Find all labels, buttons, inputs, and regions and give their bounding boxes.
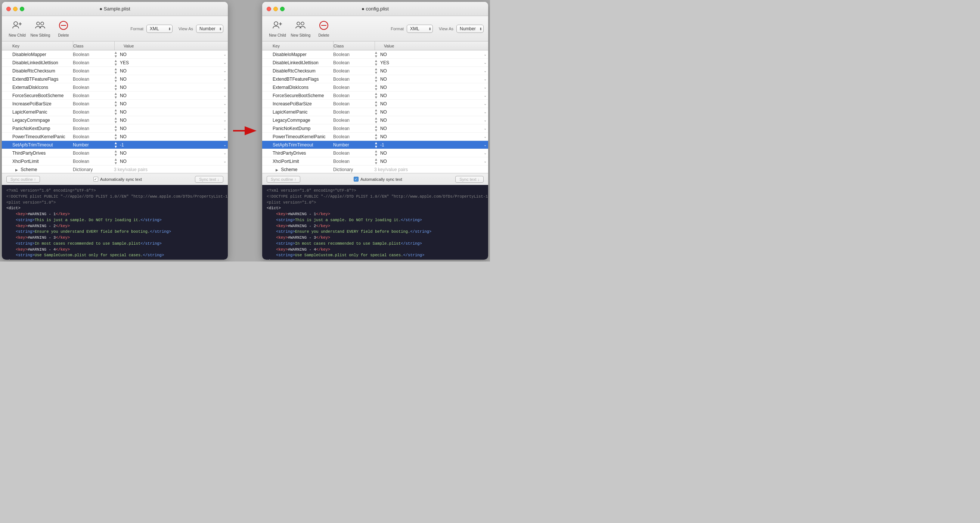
value-stepper-icon[interactable]: ▲▼ <box>114 141 118 149</box>
table-row[interactable]: LapicKernelPanicBoolean▲▼NO⌄ <box>2 108 228 116</box>
value-stepper-icon[interactable]: ▲▼ <box>114 59 118 67</box>
value-stepper-icon[interactable]: ▲▼ <box>374 108 378 116</box>
value-stepper-icon[interactable]: ▲▼ <box>114 133 118 140</box>
new-sibling-button-config[interactable]: New Sibling <box>290 18 312 39</box>
value-dropdown-icon[interactable]: ⌄ <box>484 77 487 81</box>
delete-button-config[interactable]: Delete <box>313 18 335 39</box>
value-dropdown-icon[interactable]: ⌄ <box>484 134 487 139</box>
value-dropdown-icon[interactable]: ⌄ <box>223 110 226 114</box>
value-dropdown-icon[interactable]: ⌄ <box>223 52 226 56</box>
value-stepper-icon[interactable]: ▲▼ <box>374 100 378 108</box>
xml-area-sample[interactable]: <?xml version="1.0" encoding="UTF-8"?><!… <box>2 185 228 260</box>
value-dropdown-icon[interactable]: ⌄ <box>223 159 226 163</box>
value-stepper-icon[interactable]: ▲▼ <box>114 67 118 75</box>
value-dropdown-icon[interactable]: ⌄ <box>484 85 487 89</box>
value-stepper-icon[interactable]: ▲▼ <box>374 67 378 75</box>
table-row[interactable]: LegacyCommpageBoolean▲▼NO⌄ <box>262 116 488 124</box>
auto-sync-checkbox-sample[interactable]: ✓ <box>93 177 98 182</box>
value-dropdown-icon[interactable]: ⌄ <box>223 85 226 89</box>
close-button-config[interactable] <box>267 7 271 11</box>
value-stepper-icon[interactable]: ▲▼ <box>374 150 378 157</box>
viewas-select-wrapper-sample[interactable]: Number String <box>196 25 223 33</box>
table-row[interactable]: ExternalDiskIconsBoolean▲▼NO⌄ <box>262 83 488 91</box>
minimize-button-config[interactable] <box>274 7 278 11</box>
value-stepper-icon[interactable]: ▲▼ <box>374 125 378 132</box>
table-row[interactable]: ThirdPartyDrivesBoolean▲▼NO⌄ <box>262 149 488 157</box>
value-stepper-icon[interactable]: ▲▼ <box>114 150 118 157</box>
value-stepper-icon[interactable]: ▲▼ <box>114 108 118 116</box>
value-dropdown-icon[interactable]: ⌄ <box>484 61 487 65</box>
sync-outline-button-config[interactable]: Sync outline ↑ <box>267 176 300 183</box>
sync-outline-button-sample[interactable]: Sync outline ↑ <box>6 176 40 183</box>
viewas-select-sample[interactable]: Number String <box>196 25 223 33</box>
table-body-sample[interactable]: DisableIoMapperBoolean▲▼NO⌄DisableLinked… <box>2 50 228 173</box>
value-stepper-icon[interactable]: ▲▼ <box>374 84 378 91</box>
viewas-select-wrapper-config[interactable]: Number String <box>457 25 484 33</box>
value-dropdown-icon[interactable]: ⌄ <box>484 126 487 131</box>
minimize-button-sample[interactable] <box>13 7 18 11</box>
value-stepper-icon[interactable]: ▲▼ <box>114 116 118 124</box>
close-button-sample[interactable] <box>6 7 11 11</box>
auto-sync-checkbox-config[interactable]: ✓ <box>354 177 358 182</box>
value-stepper-icon[interactable]: ▲▼ <box>374 133 378 140</box>
table-row[interactable]: DisableLinkeditJettisonBoolean▲▼YES⌄ <box>2 59 228 67</box>
table-row[interactable]: SetApfsTrimTimeoutNumber▲▼-1⌄ <box>262 141 488 149</box>
new-child-button-sample[interactable]: New Child <box>6 18 28 39</box>
table-row[interactable]: SetApfsTrimTimeoutNumber▲▼-1⌄ <box>2 141 228 149</box>
value-stepper-icon[interactable]: ▲▼ <box>374 116 378 124</box>
value-dropdown-icon[interactable]: ⌄ <box>484 52 487 56</box>
value-dropdown-icon[interactable]: ⌄ <box>223 77 226 81</box>
table-row[interactable]: ForceSecureBootSchemeBoolean▲▼NO⌄ <box>2 91 228 100</box>
table-row[interactable]: ▶ SchemeDictionary3 key/value pairs <box>262 166 488 173</box>
disclosure-triangle[interactable]: ▶ <box>275 168 278 172</box>
value-stepper-icon[interactable]: ▲▼ <box>114 84 118 91</box>
format-select-sample[interactable]: XML Binary <box>146 25 173 33</box>
table-row[interactable]: DisableRtcChecksumBoolean▲▼NO⌄ <box>2 67 228 75</box>
maximize-button-sample[interactable] <box>20 7 24 11</box>
table-row[interactable]: PowerTimeoutKernelPanicBoolean▲▼NO⌄ <box>2 132 228 141</box>
table-row[interactable]: ExternalDiskIconsBoolean▲▼NO⌄ <box>2 83 228 91</box>
value-stepper-icon[interactable]: ▲▼ <box>374 51 378 58</box>
value-stepper-icon[interactable]: ▲▼ <box>114 125 118 132</box>
value-dropdown-icon[interactable]: ⌄ <box>223 61 226 65</box>
table-row[interactable]: XhciPortLimitBoolean▲▼NO⌄ <box>2 157 228 166</box>
table-row[interactable]: DisableIoMapperBoolean▲▼NO⌄ <box>2 50 228 59</box>
new-child-button-config[interactable]: New Child <box>267 18 288 39</box>
value-dropdown-icon[interactable]: ⌄ <box>484 93 487 97</box>
table-row[interactable]: DisableIoMapperBoolean▲▼NO⌄ <box>262 50 488 59</box>
table-row[interactable]: IncreasePciBarSizeBoolean▲▼NO⌄ <box>2 100 228 108</box>
table-row[interactable]: PanicNoKextDumpBoolean▲▼NO⌄ <box>262 124 488 132</box>
maximize-button-config[interactable] <box>280 7 285 11</box>
value-stepper-icon[interactable]: ▲▼ <box>374 141 378 149</box>
value-stepper-icon[interactable]: ▲▼ <box>114 158 118 165</box>
value-dropdown-icon[interactable]: ⌄ <box>484 118 487 122</box>
table-row[interactable]: ExtendBTFeatureFlagsBoolean▲▼NO⌄ <box>2 75 228 83</box>
table-row[interactable]: ForceSecureBootSchemeBoolean▲▼NO⌄ <box>262 91 488 100</box>
sync-text-button-config[interactable]: Sync text ↓ <box>455 176 484 183</box>
table-row[interactable]: PowerTimeoutKernelPanicBoolean▲▼NO⌄ <box>262 132 488 141</box>
value-stepper-icon[interactable]: ▲▼ <box>374 158 378 165</box>
delete-button-sample[interactable]: Delete <box>52 18 74 39</box>
value-dropdown-icon[interactable]: ⌄ <box>223 143 226 147</box>
value-dropdown-icon[interactable]: ⌄ <box>223 118 226 122</box>
table-row[interactable]: PanicNoKextDumpBoolean▲▼NO⌄ <box>2 124 228 132</box>
disclosure-triangle[interactable]: ▶ <box>15 168 18 172</box>
table-row[interactable]: LegacyCommpageBoolean▲▼NO⌄ <box>2 116 228 124</box>
table-row[interactable]: ▶ SchemeDictionary3 key/value pairs <box>2 166 228 173</box>
value-dropdown-icon[interactable]: ⌄ <box>223 151 226 155</box>
value-stepper-icon[interactable]: ▲▼ <box>114 100 118 108</box>
viewas-select-config[interactable]: Number String <box>457 25 484 33</box>
value-dropdown-icon[interactable]: ⌄ <box>484 102 487 106</box>
value-dropdown-icon[interactable]: ⌄ <box>484 110 487 114</box>
table-body-config[interactable]: DisableIoMapperBoolean▲▼NO⌄DisableLinked… <box>262 50 488 173</box>
value-dropdown-icon[interactable]: ⌄ <box>484 143 487 147</box>
new-sibling-button-sample[interactable]: New Sibling <box>30 18 51 39</box>
value-stepper-icon[interactable]: ▲▼ <box>114 51 118 58</box>
format-select-config[interactable]: XML Binary <box>407 25 433 33</box>
table-row[interactable]: LapicKernelPanicBoolean▲▼NO⌄ <box>262 108 488 116</box>
value-dropdown-icon[interactable]: ⌄ <box>223 134 226 139</box>
value-dropdown-icon[interactable]: ⌄ <box>484 159 487 163</box>
table-row[interactable]: ThirdPartyDrivesBoolean▲▼NO⌄ <box>2 149 228 157</box>
value-dropdown-icon[interactable]: ⌄ <box>223 93 226 97</box>
table-row[interactable]: IncreasePciBarSizeBoolean▲▼NO⌄ <box>262 100 488 108</box>
